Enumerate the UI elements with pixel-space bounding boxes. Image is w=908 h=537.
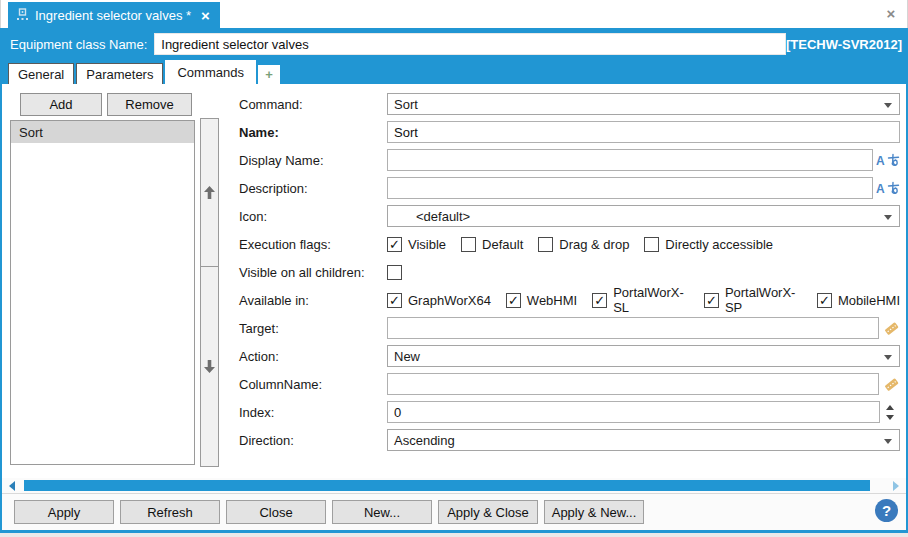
direction-dropdown[interactable]: Ascending xyxy=(387,429,900,451)
checkbox-graphworx64[interactable]: GraphWorX64 xyxy=(387,293,491,308)
display-name-label: Display Name: xyxy=(239,153,387,168)
execution-flags-row: Execution flags: Visible Default Drag xyxy=(239,233,900,255)
new-button[interactable]: New... xyxy=(332,500,432,524)
icon-row: Icon: <default> xyxy=(239,205,900,227)
name-row: Name: xyxy=(239,121,900,143)
visible-on-all-children-row: Visible on all children: xyxy=(239,261,900,283)
document-tab[interactable]: Ingredient selector valves * × xyxy=(8,2,220,28)
checkbox-icon[interactable] xyxy=(704,293,719,308)
checkbox-mobilehmi[interactable]: MobileHMI xyxy=(817,293,900,308)
scroll-right-icon[interactable] xyxy=(893,481,899,491)
document-tab-bar: Ingredient selector valves * × × xyxy=(0,0,908,28)
index-label: Index: xyxy=(239,405,387,420)
checkbox-icon[interactable] xyxy=(592,293,607,308)
action-label: Action: xyxy=(239,349,387,364)
checkbox-default[interactable]: Default xyxy=(461,237,523,252)
index-input[interactable] xyxy=(387,401,880,423)
columnname-input[interactable] xyxy=(387,373,879,395)
remove-command-button[interactable]: Remove xyxy=(107,93,192,116)
command-list-item[interactable]: Sort xyxy=(11,121,194,143)
checkbox-icon[interactable] xyxy=(387,237,402,252)
refresh-button[interactable]: Refresh xyxy=(120,500,220,524)
localization-icon[interactable]: A xyxy=(876,181,900,195)
command-row: Command: Sort xyxy=(239,93,900,115)
icon-label: Icon: xyxy=(239,209,387,224)
tab-parameters[interactable]: Parameters xyxy=(76,63,163,84)
footer-button-bar: Apply Refresh Close New... Apply & Close… xyxy=(2,493,906,530)
checkbox-icon[interactable] xyxy=(817,293,832,308)
checkbox-visible-on-all-children[interactable] xyxy=(387,265,402,280)
index-stepper[interactable] xyxy=(880,405,900,420)
icon-dropdown[interactable]: <default> xyxy=(387,205,900,227)
move-down-button[interactable] xyxy=(200,266,219,467)
checkbox-icon[interactable] xyxy=(387,293,402,308)
tag-picker-icon[interactable] xyxy=(883,320,900,337)
scrollbar-thumb[interactable] xyxy=(24,480,870,491)
checkbox-icon[interactable] xyxy=(644,237,659,252)
document-tab-title: Ingredient selector valves * xyxy=(35,8,191,23)
command-form: Command: Sort Name: Display Name: A xyxy=(239,93,900,457)
add-command-button[interactable]: Add xyxy=(20,93,102,116)
help-button[interactable]: ? xyxy=(875,499,898,522)
checkbox-drag-drop[interactable]: Drag & drop xyxy=(538,237,629,252)
spinner-up-icon[interactable] xyxy=(886,405,894,410)
svg-text:A: A xyxy=(876,154,885,167)
available-in-label: Available in: xyxy=(239,293,387,308)
reorder-column xyxy=(200,118,219,467)
checkbox-icon[interactable] xyxy=(461,237,476,252)
header-band: Equipment class Name: [TECHW-SVR2012] xyxy=(2,28,906,60)
command-label: Command: xyxy=(239,97,387,112)
action-dropdown[interactable]: New xyxy=(387,345,900,367)
chevron-down-icon xyxy=(884,355,892,360)
available-in-row: Available in: GraphWorX64 WebHMI Port xyxy=(239,289,900,311)
spinner-down-icon[interactable] xyxy=(886,415,894,420)
localization-icon[interactable]: A xyxy=(876,153,900,167)
tag-picker-icon[interactable] xyxy=(883,376,900,393)
server-name-badge: [TECHW-SVR2012] xyxy=(786,37,902,52)
scroll-left-icon[interactable] xyxy=(9,481,15,491)
checkbox-webhmi[interactable]: WebHMI xyxy=(506,293,577,308)
checkbox-portalworx-sl[interactable]: PortalWorX-SL xyxy=(592,285,689,315)
apply-and-close-button[interactable]: Apply & Close xyxy=(438,500,538,524)
target-input[interactable] xyxy=(387,317,879,339)
name-input[interactable] xyxy=(387,121,900,143)
apply-and-new-button[interactable]: Apply & New... xyxy=(544,500,644,524)
chevron-down-icon xyxy=(884,103,892,108)
horizontal-scrollbar[interactable] xyxy=(2,478,906,493)
tab-add[interactable]: + xyxy=(258,65,280,84)
command-list: Sort xyxy=(10,120,195,465)
checkbox-visible[interactable]: Visible xyxy=(387,237,446,252)
checkbox-portalworx-sp[interactable]: PortalWorX-SP xyxy=(704,285,802,315)
columnname-label: ColumnName: xyxy=(239,377,387,392)
target-row: Target: xyxy=(239,317,900,339)
tab-commands[interactable]: Commands xyxy=(165,60,255,84)
name-label: Name: xyxy=(239,125,387,140)
display-name-input[interactable] xyxy=(387,149,873,171)
tab-general[interactable]: General xyxy=(8,63,74,84)
commands-tab-content: Add Remove Sort Comman xyxy=(2,84,906,478)
direction-label: Direction: xyxy=(239,433,387,448)
window-close-icon[interactable]: × xyxy=(883,6,899,22)
direction-row: Direction: Ascending xyxy=(239,429,900,451)
window-body: Equipment class Name: [TECHW-SVR2012] Ge… xyxy=(0,28,908,533)
equipment-class-name-label: Equipment class Name: xyxy=(10,37,147,52)
command-dropdown[interactable]: Sort xyxy=(387,93,900,115)
visible-on-all-children-label: Visible on all children: xyxy=(239,265,387,280)
checkbox-icon[interactable] xyxy=(538,237,553,252)
tab-strip: General Parameters Commands + xyxy=(2,60,906,84)
arrow-up-icon xyxy=(204,186,215,199)
display-name-row: Display Name: A xyxy=(239,149,900,171)
move-up-button[interactable] xyxy=(200,118,219,267)
action-row: Action: New xyxy=(239,345,900,367)
close-button[interactable]: Close xyxy=(226,500,326,524)
checkbox-icon[interactable] xyxy=(506,293,521,308)
checkbox-directly-accessible[interactable]: Directly accessible xyxy=(644,237,773,252)
equipment-class-name-input[interactable] xyxy=(154,33,786,55)
document-tab-close-icon[interactable]: × xyxy=(201,8,210,23)
execution-flags-label: Execution flags: xyxy=(239,237,387,252)
equipment-class-editor-window: Ingredient selector valves * × × Equipme… xyxy=(0,0,908,537)
apply-button[interactable]: Apply xyxy=(14,500,114,524)
description-input[interactable] xyxy=(387,177,873,199)
chevron-down-icon xyxy=(884,439,892,444)
svg-text:A: A xyxy=(876,182,885,195)
